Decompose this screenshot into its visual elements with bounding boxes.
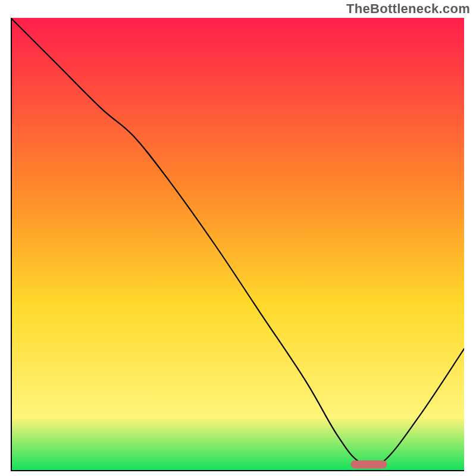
chart-frame: TheBottleneck.com (0, 0, 476, 476)
axes-border (11, 18, 464, 471)
watermark-text: TheBottleneck.com (346, 1, 470, 17)
